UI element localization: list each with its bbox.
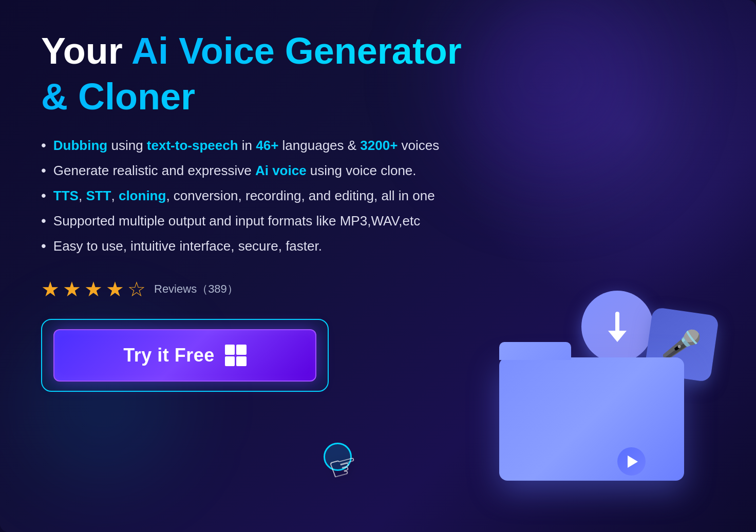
win-square-2: [236, 345, 247, 355]
feature-item-5: Easy to use, intuitive interface, secure…: [41, 238, 715, 254]
arrow-head: [608, 331, 627, 342]
feature-highlight: cloning: [119, 188, 166, 203]
feature-text-1: Dubbing using text-to-speech in 46+ lang…: [53, 138, 440, 154]
feature-highlight: Dubbing: [53, 138, 107, 153]
feature-highlight: 46+: [256, 138, 278, 153]
star-3: ★: [84, 277, 103, 301]
hero-illustration: 🎤: [468, 280, 725, 511]
hand-pointer-icon: ☞: [324, 445, 362, 489]
feature-item-2: Generate realistic and expressive Ai voi…: [41, 163, 715, 179]
try-it-free-button[interactable]: Try it Free: [53, 329, 316, 382]
download-arrow-icon: [608, 312, 627, 342]
reviews-text: Reviews（389）: [154, 281, 238, 297]
cta-outer-box: Try it Free: [41, 319, 329, 392]
play-triangle: [628, 455, 638, 468]
arrow-shaft: [615, 312, 619, 332]
feature-text-4: Supported multiple output and input form…: [53, 213, 420, 229]
cursor-hand: ☞: [329, 448, 358, 486]
hero-title-section: Your Ai Voice Generator & Cloner: [41, 31, 715, 117]
feature-highlight: TTS: [53, 188, 79, 203]
star-4: ★: [106, 277, 124, 301]
win-square-3: [225, 356, 235, 367]
feature-item-1: Dubbing using text-to-speech in 46+ lang…: [41, 138, 715, 154]
page-background: Your Ai Voice Generator & Cloner Dubbing…: [0, 0, 756, 532]
win-square-4: [236, 356, 247, 367]
star-2: ★: [63, 277, 81, 301]
star-rating: ★ ★ ★ ★ ☆: [41, 277, 146, 301]
feature-item-3: TTS, STT, cloning, conversion, recording…: [41, 188, 715, 204]
feature-highlight: text-to-speech: [147, 138, 238, 153]
star-1: ★: [41, 277, 60, 301]
folder-illustration: [499, 357, 684, 481]
win-square-1: [225, 345, 235, 355]
feature-text-2: Generate realistic and expressive Ai voi…: [53, 163, 417, 179]
hero-title-line1: Your Ai Voice Generator: [41, 31, 715, 71]
title-prefix: Your: [41, 30, 131, 71]
download-circle-icon: [581, 291, 653, 363]
feature-highlight: 3200+: [360, 138, 398, 153]
feature-highlight: STT: [86, 188, 111, 203]
folder-tab: [499, 342, 571, 360]
hero-title-line2: & Cloner: [41, 77, 715, 117]
feature-item-4: Supported multiple output and input form…: [41, 213, 715, 229]
feature-text-3: TTS, STT, cloning, conversion, recording…: [53, 188, 435, 204]
features-list: Dubbing using text-to-speech in 46+ lang…: [41, 138, 715, 254]
feature-highlight: Ai voice: [255, 163, 307, 178]
star-5-half: ☆: [127, 277, 146, 301]
feature-text-5: Easy to use, intuitive interface, secure…: [53, 238, 322, 254]
cta-button-label: Try it Free: [123, 345, 215, 366]
windows-icon: [225, 345, 247, 366]
title-accent: Ai Voice Generator: [131, 30, 462, 71]
play-button-icon: [617, 447, 646, 476]
